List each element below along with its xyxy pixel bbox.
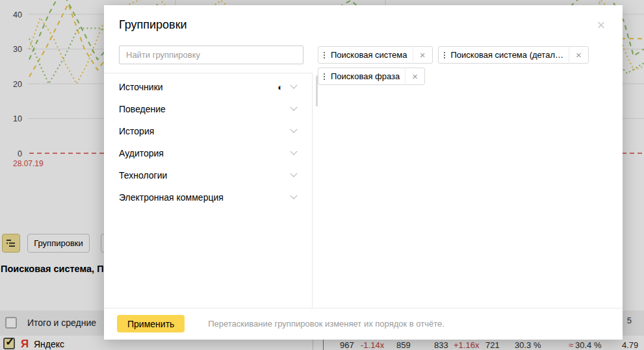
partial-selection-icon: ◐ [277, 83, 283, 92]
selected-groupings-area: Поисковая система×Поисковая система (дет… [318, 46, 610, 89]
groupings-modal: Группировки × Источники◐ПоведениеИстория… [104, 5, 623, 340]
chip-label: Поисковая фраза [331, 71, 400, 81]
category-row-4[interactable]: Аудитория [104, 142, 312, 164]
chevron-down-icon [290, 126, 297, 133]
modal-footer: Применить Перетаскивание группировок изм… [104, 308, 623, 340]
chip-remove-icon[interactable]: × [569, 46, 588, 64]
chip-remove-icon[interactable]: × [413, 46, 432, 64]
category-row-1[interactable]: Источники◐ [104, 76, 312, 98]
drag-handle-icon[interactable] [318, 52, 331, 58]
chip-label: Поисковая система (детал… [451, 50, 563, 60]
chevron-down-icon [290, 82, 297, 89]
category-label: Источники [119, 82, 277, 92]
grouping-chip[interactable]: Поисковая фраза× [318, 68, 425, 85]
drag-handle-icon[interactable] [439, 52, 451, 58]
app-screen: 403020100 28.07.19 Группировки Поисковая… [0, 0, 644, 350]
chevron-down-icon [290, 148, 297, 155]
search-input[interactable] [119, 45, 303, 64]
category-list: Источники◐ПоведениеИсторияАудиторияТехно… [104, 73, 312, 308]
category-row-3[interactable]: История [104, 120, 312, 142]
drag-handle-icon[interactable] [318, 73, 331, 80]
category-row-2[interactable]: Поведение [104, 98, 312, 120]
grouping-chip[interactable]: Поисковая система× [318, 46, 433, 64]
category-label: Аудитория [119, 148, 291, 158]
category-row-5[interactable]: Технологии [104, 164, 312, 186]
chip-remove-icon[interactable]: × [405, 68, 424, 85]
category-label: Поведение [119, 104, 291, 114]
panel-divider [312, 73, 313, 308]
chevron-down-icon [290, 170, 297, 177]
chevron-down-icon [290, 104, 297, 111]
close-icon[interactable]: × [593, 17, 610, 34]
chevron-down-icon [290, 192, 297, 199]
chip-label: Поисковая система [331, 50, 407, 60]
category-row-6[interactable]: Электронная коммерция [104, 186, 312, 208]
category-label: Технологии [119, 170, 291, 181]
grouping-chip[interactable]: Поисковая система (детал…× [438, 46, 589, 64]
drag-hint-text: Перетаскивание группировок изменяет их п… [208, 319, 444, 329]
category-label: Электронная коммерция [119, 192, 291, 203]
modal-title: Группировки [119, 18, 187, 32]
category-label: История [119, 126, 291, 136]
apply-button[interactable]: Применить [117, 315, 185, 332]
